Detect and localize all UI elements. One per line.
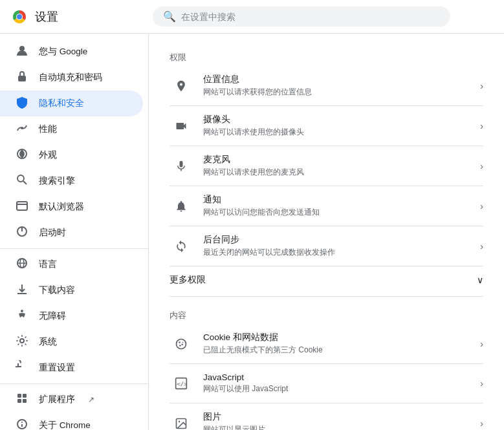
images-icon xyxy=(170,412,193,431)
microphone-icon xyxy=(170,155,193,178)
permissions-section-label: 权限 xyxy=(170,47,483,66)
about-icon xyxy=(16,418,28,430)
svg-point-27 xyxy=(177,339,186,349)
sidebar-label-google: 您与 Google xyxy=(39,46,87,58)
images-subtitle: 网站可以显示图片 xyxy=(203,424,470,430)
reset-icon xyxy=(16,360,28,376)
appearance-icon xyxy=(16,147,28,163)
search-input[interactable] xyxy=(181,12,440,22)
sidebar-label-extensions: 扩展程序 xyxy=(39,394,75,405)
sidebar-label-default-browser: 默认浏览器 xyxy=(39,201,84,213)
camera-subtitle: 网站可以请求使用您的摄像头 xyxy=(203,127,470,138)
content-area: 权限 位置信息 网站可以请求获得您的位置信息 › 摄像头 网站可以请求使用您的摄… xyxy=(149,34,504,430)
chrome-logo-icon xyxy=(10,8,28,26)
svg-rect-21 xyxy=(23,394,27,398)
images-text: 图片 网站可以显示图片 xyxy=(203,411,470,430)
notifications-subtitle: 网站可以访问您能否向您发送通知 xyxy=(203,207,470,218)
svg-rect-23 xyxy=(23,399,27,403)
performance-icon xyxy=(16,122,28,137)
search-sidebar-icon xyxy=(16,173,28,189)
permission-item-background-sync[interactable]: 后台同步 最近关闭的网站可以完成数据收发操作 › xyxy=(170,226,483,266)
sidebar-label-appearance: 外观 xyxy=(39,149,57,161)
svg-point-28 xyxy=(179,341,181,343)
javascript-chevron-icon: › xyxy=(480,378,483,389)
svg-point-18 xyxy=(21,310,23,312)
svg-text:</>: </> xyxy=(177,380,188,387)
lock-icon xyxy=(16,70,28,85)
images-chevron-icon: › xyxy=(480,418,483,429)
sidebar-label-accessibility: 无障碍 xyxy=(39,310,66,322)
svg-rect-20 xyxy=(17,394,21,398)
notifications-text: 通知 网站可以访问您能否向您发送通知 xyxy=(203,194,470,218)
permission-item-microphone[interactable]: 麦克风 网站可以请求使用您的麦克风 › xyxy=(170,146,483,186)
notifications-chevron-icon: › xyxy=(480,201,483,211)
background-sync-chevron-icon: › xyxy=(480,241,483,252)
shield-icon xyxy=(16,96,28,111)
svg-rect-22 xyxy=(17,399,21,403)
sidebar-item-accessibility[interactable]: 无障碍 xyxy=(0,303,143,329)
extensions-icon xyxy=(16,392,28,407)
camera-text: 摄像头 网站可以请求使用您的摄像头 xyxy=(203,114,470,138)
svg-point-29 xyxy=(181,343,183,345)
location-icon xyxy=(170,74,193,98)
svg-point-31 xyxy=(182,341,184,343)
svg-point-19 xyxy=(20,339,24,343)
more-permissions-label: 更多权限 xyxy=(170,274,206,286)
microphone-text: 麦克风 网站可以请求使用您的麦克风 xyxy=(203,154,470,178)
permission-item-location[interactable]: 位置信息 网站可以请求获得您的位置信息 › xyxy=(170,66,483,106)
sidebar-item-search[interactable]: 搜索引擎 xyxy=(0,168,143,194)
camera-icon xyxy=(170,114,193,138)
sidebar-item-language[interactable]: 语言 xyxy=(0,252,143,277)
javascript-icon: </> xyxy=(170,372,193,395)
background-sync-subtitle: 最近关闭的网站可以完成数据收发操作 xyxy=(203,247,470,258)
location-chevron-icon: › xyxy=(480,81,483,91)
cookies-chevron-icon: › xyxy=(480,339,483,349)
more-permissions-chevron-icon: ∨ xyxy=(477,275,483,285)
cookies-title: Cookie 和网站数据 xyxy=(203,332,470,343)
sidebar-item-autofill[interactable]: 自动填充和密码 xyxy=(0,65,143,91)
sidebar-item-downloads[interactable]: 下载内容 xyxy=(0,277,143,303)
notifications-title: 通知 xyxy=(203,194,470,206)
sidebar-item-about[interactable]: 关于 Chrome xyxy=(0,413,143,430)
location-subtitle: 网站可以请求获得您的位置信息 xyxy=(203,87,470,98)
startup-icon xyxy=(16,225,28,241)
permission-item-camera[interactable]: 摄像头 网站可以请求使用您的摄像头 › xyxy=(170,106,483,146)
javascript-subtitle: 网站可以使用 JavaScript xyxy=(203,383,470,394)
svg-rect-10 xyxy=(17,202,27,210)
content-section-label: 内容 xyxy=(170,305,483,324)
sidebar-item-startup[interactable]: 启动时 xyxy=(0,220,143,246)
sidebar-item-extensions[interactable]: 扩展程序 ↗ xyxy=(0,387,143,413)
sidebar-item-default-browser[interactable]: 默认浏览器 xyxy=(0,194,143,220)
svg-point-30 xyxy=(179,345,181,347)
search-icon: 🔍 xyxy=(163,10,176,23)
background-sync-icon xyxy=(170,235,193,258)
sidebar-label-autofill: 自动填充和密码 xyxy=(39,72,102,83)
camera-title: 摄像头 xyxy=(203,114,470,125)
sidebar-label-downloads: 下载内容 xyxy=(39,285,75,296)
sidebar-item-appearance[interactable]: 外观 xyxy=(0,142,143,168)
system-icon xyxy=(16,334,28,350)
search-bar[interactable]: 🔍 xyxy=(153,6,450,27)
sidebar-label-performance: 性能 xyxy=(39,124,57,135)
svg-point-4 xyxy=(19,46,25,51)
more-permissions-section[interactable]: 更多权限 ∨ xyxy=(170,266,483,294)
permission-item-notifications[interactable]: 通知 网站可以访问您能否向您发送通知 › xyxy=(170,186,483,226)
content-item-cookies[interactable]: Cookie 和网站数据 已阻止无痕模式下的第三方 Cookie › xyxy=(170,324,483,364)
svg-line-9 xyxy=(23,181,27,184)
sidebar-label-system: 系统 xyxy=(39,336,57,348)
background-sync-text: 后台同步 最近关闭的网站可以完成数据收发操作 xyxy=(203,234,470,258)
sidebar-item-google[interactable]: 您与 Google xyxy=(0,39,143,65)
svg-point-6 xyxy=(21,127,23,129)
sidebar-item-system[interactable]: 系统 xyxy=(0,329,143,355)
sidebar-item-privacy[interactable]: 隐私和安全 xyxy=(0,91,143,116)
content-item-images[interactable]: 图片 网站可以显示图片 › xyxy=(170,403,483,430)
sidebar-item-reset[interactable]: 重置设置 xyxy=(0,355,143,381)
javascript-title: JavaScript xyxy=(203,372,470,382)
location-text: 位置信息 网站可以请求获得您的位置信息 xyxy=(203,74,470,98)
content-item-javascript[interactable]: </> JavaScript 网站可以使用 JavaScript › xyxy=(170,364,483,403)
external-link-icon: ↗ xyxy=(88,395,94,404)
sidebar-label-search: 搜索引擎 xyxy=(39,175,75,187)
sidebar-item-performance[interactable]: 性能 xyxy=(0,116,143,142)
svg-point-25 xyxy=(21,422,23,423)
notifications-icon xyxy=(170,195,193,218)
